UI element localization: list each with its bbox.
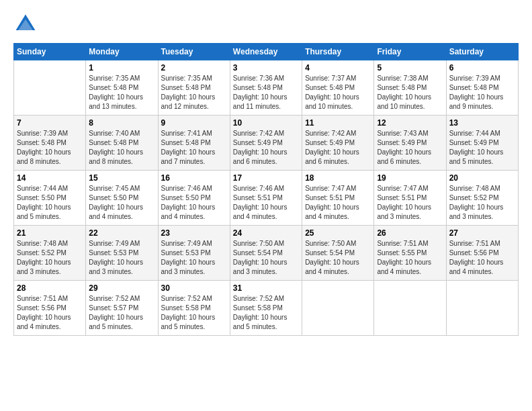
calendar-header-row: SundayMondayTuesdayWednesdayThursdayFrid… [14, 44, 519, 60]
calendar-cell: 11Sunrise: 7:42 AM Sunset: 5:49 PM Dayli… [302, 116, 374, 171]
cell-info: Sunrise: 7:35 AM Sunset: 5:48 PM Dayligh… [89, 74, 154, 111]
day-number: 19 [377, 173, 443, 183]
calendar-cell: 21Sunrise: 7:48 AM Sunset: 5:52 PM Dayli… [14, 226, 86, 281]
cell-info: Sunrise: 7:39 AM Sunset: 5:48 PM Dayligh… [17, 129, 83, 167]
cell-info: Sunrise: 7:48 AM Sunset: 5:52 PM Dayligh… [449, 184, 515, 222]
cell-info: Sunrise: 7:42 AM Sunset: 5:49 PM Dayligh… [233, 129, 299, 167]
cell-info: Sunrise: 7:46 AM Sunset: 5:50 PM Dayligh… [161, 184, 227, 222]
day-number: 4 [305, 63, 371, 73]
cell-info: Sunrise: 7:35 AM Sunset: 5:48 PM Dayligh… [161, 74, 227, 111]
week-row-1: 7Sunrise: 7:39 AM Sunset: 5:48 PM Daylig… [14, 116, 519, 171]
day-number: 26 [377, 228, 443, 238]
cell-info: Sunrise: 7:50 AM Sunset: 5:54 PM Dayligh… [305, 239, 371, 277]
calendar-cell [14, 60, 86, 116]
cell-info: Sunrise: 7:52 AM Sunset: 5:57 PM Dayligh… [89, 294, 154, 332]
day-number: 18 [305, 173, 371, 183]
day-number: 6 [449, 63, 515, 73]
logo-icon [13, 12, 38, 36]
header [13, 12, 519, 36]
day-number: 17 [233, 173, 299, 183]
cell-info: Sunrise: 7:40 AM Sunset: 5:48 PM Dayligh… [89, 129, 154, 167]
col-header-saturday: Saturday [446, 44, 518, 60]
calendar-cell: 2Sunrise: 7:35 AM Sunset: 5:48 PM Daylig… [158, 60, 230, 116]
day-number: 9 [161, 118, 227, 128]
calendar-cell: 30Sunrise: 7:52 AM Sunset: 5:58 PM Dayli… [158, 281, 230, 336]
day-number: 11 [305, 118, 371, 128]
calendar-cell: 27Sunrise: 7:51 AM Sunset: 5:56 PM Dayli… [446, 226, 518, 281]
calendar-cell: 10Sunrise: 7:42 AM Sunset: 5:49 PM Dayli… [230, 116, 302, 171]
cell-info: Sunrise: 7:39 AM Sunset: 5:48 PM Dayligh… [449, 74, 515, 111]
cell-info: Sunrise: 7:42 AM Sunset: 5:49 PM Dayligh… [305, 129, 371, 167]
day-number: 13 [449, 118, 515, 128]
day-number: 31 [233, 283, 299, 293]
day-number: 25 [305, 228, 371, 238]
day-number: 21 [17, 228, 83, 238]
day-number: 14 [17, 173, 83, 183]
calendar-cell: 13Sunrise: 7:44 AM Sunset: 5:49 PM Dayli… [446, 116, 518, 171]
day-number: 2 [161, 63, 227, 73]
week-row-2: 14Sunrise: 7:44 AM Sunset: 5:50 PM Dayli… [14, 171, 519, 226]
cell-info: Sunrise: 7:47 AM Sunset: 5:51 PM Dayligh… [305, 184, 371, 222]
calendar-cell: 5Sunrise: 7:38 AM Sunset: 5:48 PM Daylig… [374, 60, 446, 116]
day-number: 23 [161, 228, 227, 238]
calendar-cell: 17Sunrise: 7:46 AM Sunset: 5:51 PM Dayli… [230, 171, 302, 226]
calendar-cell: 3Sunrise: 7:36 AM Sunset: 5:48 PM Daylig… [230, 60, 302, 116]
day-number: 12 [377, 118, 443, 128]
calendar-cell [302, 281, 374, 336]
logo [13, 12, 40, 36]
calendar-cell: 28Sunrise: 7:51 AM Sunset: 5:56 PM Dayli… [14, 281, 86, 336]
page-container: SundayMondayTuesdayWednesdayThursdayFrid… [0, 0, 532, 342]
calendar-cell: 25Sunrise: 7:50 AM Sunset: 5:54 PM Dayli… [302, 226, 374, 281]
week-row-0: 1Sunrise: 7:35 AM Sunset: 5:48 PM Daylig… [14, 60, 519, 116]
day-number: 24 [233, 228, 299, 238]
day-number: 22 [89, 228, 154, 238]
day-number: 27 [449, 228, 515, 238]
cell-info: Sunrise: 7:49 AM Sunset: 5:53 PM Dayligh… [161, 239, 227, 277]
cell-info: Sunrise: 7:44 AM Sunset: 5:49 PM Dayligh… [449, 129, 515, 167]
cell-info: Sunrise: 7:45 AM Sunset: 5:50 PM Dayligh… [89, 184, 154, 222]
cell-info: Sunrise: 7:36 AM Sunset: 5:48 PM Dayligh… [233, 74, 299, 111]
day-number: 16 [161, 173, 227, 183]
col-header-tuesday: Tuesday [158, 44, 230, 60]
cell-info: Sunrise: 7:46 AM Sunset: 5:51 PM Dayligh… [233, 184, 299, 222]
calendar-cell: 24Sunrise: 7:50 AM Sunset: 5:54 PM Dayli… [230, 226, 302, 281]
calendar-cell: 19Sunrise: 7:47 AM Sunset: 5:51 PM Dayli… [374, 171, 446, 226]
day-number: 10 [233, 118, 299, 128]
week-row-3: 21Sunrise: 7:48 AM Sunset: 5:52 PM Dayli… [14, 226, 519, 281]
day-number: 29 [89, 283, 154, 293]
calendar-cell: 6Sunrise: 7:39 AM Sunset: 5:48 PM Daylig… [446, 60, 518, 116]
cell-info: Sunrise: 7:38 AM Sunset: 5:48 PM Dayligh… [377, 74, 443, 111]
calendar-cell: 15Sunrise: 7:45 AM Sunset: 5:50 PM Dayli… [86, 171, 158, 226]
calendar-cell: 29Sunrise: 7:52 AM Sunset: 5:57 PM Dayli… [86, 281, 158, 336]
calendar-cell: 8Sunrise: 7:40 AM Sunset: 5:48 PM Daylig… [86, 116, 158, 171]
cell-info: Sunrise: 7:51 AM Sunset: 5:56 PM Dayligh… [17, 294, 83, 332]
day-number: 30 [161, 283, 227, 293]
cell-info: Sunrise: 7:47 AM Sunset: 5:51 PM Dayligh… [377, 184, 443, 222]
day-number: 8 [89, 118, 154, 128]
cell-info: Sunrise: 7:52 AM Sunset: 5:58 PM Dayligh… [233, 294, 299, 332]
cell-info: Sunrise: 7:37 AM Sunset: 5:48 PM Dayligh… [305, 74, 371, 111]
day-number: 28 [17, 283, 83, 293]
col-header-monday: Monday [86, 44, 158, 60]
calendar-cell: 18Sunrise: 7:47 AM Sunset: 5:51 PM Dayli… [302, 171, 374, 226]
cell-info: Sunrise: 7:43 AM Sunset: 5:49 PM Dayligh… [377, 129, 443, 167]
calendar-cell: 22Sunrise: 7:49 AM Sunset: 5:53 PM Dayli… [86, 226, 158, 281]
cell-info: Sunrise: 7:51 AM Sunset: 5:55 PM Dayligh… [377, 239, 443, 277]
calendar-cell: 14Sunrise: 7:44 AM Sunset: 5:50 PM Dayli… [14, 171, 86, 226]
day-number: 20 [449, 173, 515, 183]
day-number: 7 [17, 118, 83, 128]
day-number: 15 [89, 173, 154, 183]
calendar-cell: 9Sunrise: 7:41 AM Sunset: 5:48 PM Daylig… [158, 116, 230, 171]
calendar-cell: 20Sunrise: 7:48 AM Sunset: 5:52 PM Dayli… [446, 171, 518, 226]
week-row-4: 28Sunrise: 7:51 AM Sunset: 5:56 PM Dayli… [14, 281, 519, 336]
cell-info: Sunrise: 7:48 AM Sunset: 5:52 PM Dayligh… [17, 239, 83, 277]
calendar-cell: 16Sunrise: 7:46 AM Sunset: 5:50 PM Dayli… [158, 171, 230, 226]
col-header-sunday: Sunday [14, 44, 86, 60]
cell-info: Sunrise: 7:52 AM Sunset: 5:58 PM Dayligh… [161, 294, 227, 332]
cell-info: Sunrise: 7:44 AM Sunset: 5:50 PM Dayligh… [17, 184, 83, 222]
cell-info: Sunrise: 7:50 AM Sunset: 5:54 PM Dayligh… [233, 239, 299, 277]
day-number: 5 [377, 63, 443, 73]
calendar-cell [446, 281, 518, 336]
calendar-cell: 4Sunrise: 7:37 AM Sunset: 5:48 PM Daylig… [302, 60, 374, 116]
cell-info: Sunrise: 7:51 AM Sunset: 5:56 PM Dayligh… [449, 239, 515, 277]
